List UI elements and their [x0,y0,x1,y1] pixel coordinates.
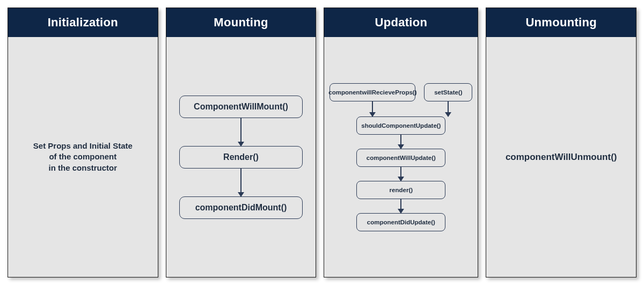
initialization-line-1: Set Props and Initial State [33,141,133,150]
node-component-will-mount: ComponentWillMount() [179,96,303,118]
arrow-down-icon [400,167,401,181]
updation-top-row: componentwillRecieveProps() setState() [330,83,472,101]
node-should-component-update: shouldComponentUpdate() [356,116,445,135]
node-component-will-receive-props: componentwillRecieveProps() [330,83,415,101]
node-set-state: setState() [424,83,472,101]
panel-initialization: Initialization Set Props and Initial Sta… [8,8,158,277]
node-render-update: render() [356,181,445,199]
panel-body-initialization: Set Props and Initial State of the compo… [8,37,158,277]
node-render: Render() [179,146,303,169]
arrow-down-icon [400,135,401,149]
node-component-will-update: componentWillUpdate() [356,149,445,167]
panel-header-initialization: Initialization [8,8,158,37]
panel-header-updation: Updation [324,8,478,37]
initialization-description: Set Props and Initial State of the compo… [33,141,133,173]
panel-header-unmounting: Unmounting [486,8,636,37]
arrow-down-icon [400,199,401,213]
panel-body-mounting: ComponentWillMount() Render() componentD… [166,37,316,277]
initialization-line-3: in the constructor [49,163,118,172]
node-component-did-update: componentDidUpdate() [356,213,445,231]
arrow-down-icon [240,169,241,196]
node-component-did-mount: componentDidMount() [179,196,303,219]
updation-top-arrows [330,101,472,116]
node-component-will-unmount: componentWillUnmount() [506,152,617,163]
panel-mounting: Mounting ComponentWillMount() Render() c… [166,8,317,277]
arrow-down-icon [372,101,373,116]
arrow-down-icon [240,118,241,146]
panel-body-unmounting: componentWillUnmount() [486,37,636,277]
panel-body-updation: componentwillRecieveProps() setState() s… [324,37,478,277]
panel-header-mounting: Mounting [166,8,316,37]
arrow-down-icon [448,101,449,116]
panel-updation: Updation componentwillRecieveProps() set… [324,8,478,277]
initialization-line-2: of the component [49,152,116,161]
panel-unmounting: Unmounting componentWillUnmount() [486,8,636,277]
